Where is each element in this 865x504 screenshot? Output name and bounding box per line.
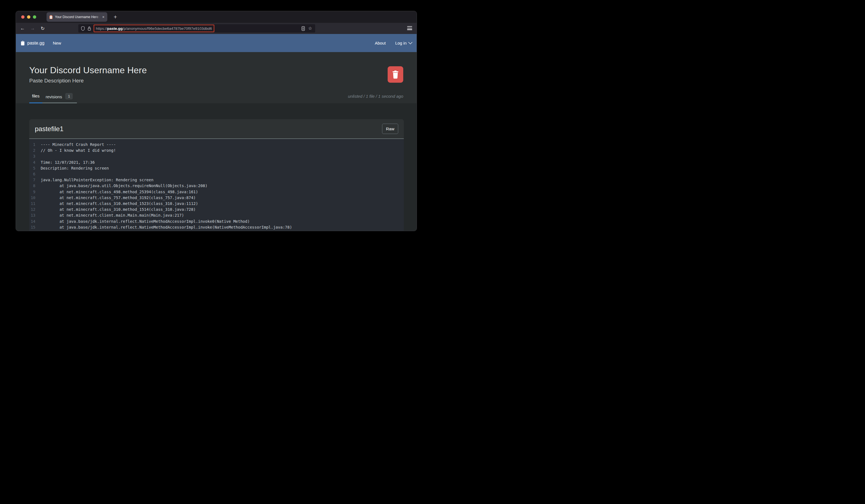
zoom-window-button[interactable] [33,15,36,19]
code-line-row: 2 // Oh - I know what I did wrong! [29,148,404,153]
brand-link[interactable]: paste.gg [21,40,44,46]
code-line-text: Time: 12/07/2021, 17:36 [35,160,95,165]
code-line-row: 16 at java.base/jdk.internal.reflect.Del… [29,230,404,231]
brand-label: paste.gg [27,40,44,46]
code-line-row: 5 Description: Rendering screen [29,165,404,171]
url-bar[interactable]: https://paste.gg/p/anonymous/f96e5decbe6… [78,24,315,33]
file-card-header: pastefile1 Raw [29,119,404,138]
line-number: 1 [29,142,35,148]
code-line-row: 13 at net.minecraft.client.main.Main.mai… [29,212,404,218]
code-line-text [35,153,41,159]
delete-paste-button[interactable] [388,66,403,83]
line-number: 2 [29,148,35,153]
chevron-down-icon [408,40,413,45]
tab-close-icon[interactable]: × [102,15,104,19]
line-number: 4 [29,160,35,165]
page-content: pastefile1 Raw 1 ---- Minecraft Crash Re… [16,103,417,231]
code-block[interactable]: 1 ---- Minecraft Crash Report ---- 2 // … [29,138,404,231]
code-line-row: 1 ---- Minecraft Crash Report ---- [29,142,404,148]
code-line-text: at java.base/jdk.internal.reflect.Delega… [35,230,311,231]
code-line-row: 7 java.lang.NullPointerException: Render… [29,177,404,183]
browser-tab-bar: Your Discord Username Here · pa × + [16,11,417,23]
code-line-row: 15 at java.base/jdk.internal.reflect.Nat… [29,224,404,230]
nav-item-about[interactable]: About [375,40,386,45]
code-line-text: java.lang.NullPointerException: Renderin… [35,177,153,183]
code-line-text: at net.minecraft.class_310.method_1514(c… [35,207,196,212]
line-number: 11 [29,201,35,207]
site-navbar: paste.gg New About Log in [16,34,417,52]
reload-button[interactable]: ↻ [38,26,48,32]
forward-button[interactable]: → [27,26,38,31]
revisions-count-badge: 1 [65,93,73,99]
line-number: 7 [29,177,35,183]
code-line-text: at net.minecraft.class_498.method_25394(… [35,189,198,195]
line-number: 13 [29,212,35,218]
code-line-text: at java.base/jdk.internal.reflect.Native… [35,224,292,230]
lock-icon[interactable] [88,26,91,31]
trash-icon [392,70,399,79]
tab-revisions[interactable]: revisions 1 [42,94,77,103]
new-tab-button[interactable]: + [111,13,119,21]
tab-title-fade [94,15,102,19]
code-line-row: 6 [29,171,404,177]
code-line-text: at net.minecraft.class_310.method_1523(c… [35,201,198,207]
url-text[interactable]: https://paste.gg/p/anonymous/f96e5decbe6… [94,25,214,32]
browser-window: Your Discord Username Here · pa × + ← → … [15,11,417,231]
menu-hamburger-icon[interactable] [407,26,412,30]
code-line-text: Description: Rendering screen [35,165,109,171]
minimize-window-button[interactable] [27,15,30,19]
paste-header: Your Discord Username Here Paste Descrip… [16,52,417,103]
paste-description: Paste Description Here [29,78,84,84]
code-line-text: at net.minecraft.client.main.Main.main(M… [35,212,184,218]
code-line-row: 3 [29,153,404,159]
bookmark-star-icon[interactable]: ☆ [308,26,312,31]
code-line-text [35,171,41,177]
paste-title: Your Discord Username Here [29,65,147,75]
line-number: 3 [29,153,35,159]
line-number: 12 [29,207,35,212]
code-line-row: 11 at net.minecraft.class_310.method_152… [29,201,404,207]
paste-meta: unlisted / 1 file / 1 second ago [348,94,403,98]
code-line-text: at java.base/java.util.Objects.requireNo… [35,183,207,189]
file-card: pastefile1 Raw 1 ---- Minecraft Crash Re… [29,119,404,231]
code-line-text: // Oh - I know what I did wrong! [35,148,116,153]
reader-mode-icon[interactable] [301,26,305,31]
code-line-row: 12 at net.minecraft.class_310.method_151… [29,207,404,212]
shield-icon[interactable] [81,26,85,31]
tab-files[interactable]: files [29,94,42,103]
raw-button[interactable]: Raw [382,124,398,134]
code-line-text: at net.minecraft.class_757.method_3192(c… [35,195,196,201]
nav-item-login[interactable]: Log in [395,40,412,45]
line-number: 9 [29,189,35,195]
code-line-text: at java.base/jdk.internal.reflect.Native… [35,219,250,224]
code-line-row: 9 at net.minecraft.class_498.method_2539… [29,189,404,195]
code-line-row: 8 at java.base/java.util.Objects.require… [29,183,404,189]
close-window-button[interactable] [21,15,24,19]
code-line-row: 10 at net.minecraft.class_757.method_319… [29,195,404,201]
browser-toolbar: ← → ↻ https://paste.gg/p/anonymous/f96e5… [16,23,417,34]
code-line-text: ---- Minecraft Crash Report ---- [35,142,116,148]
code-line-row: 14 at java.base/jdk.internal.reflect.Nat… [29,219,404,224]
line-number: 5 [29,165,35,171]
clipboard-logo-icon [21,40,25,46]
line-number: 14 [29,219,35,224]
line-number: 8 [29,183,35,189]
nav-item-new[interactable]: New [53,40,61,45]
tab-title: Your Discord Username Here · pa [55,15,102,19]
tab-favicon-clipboard-icon [49,15,53,19]
paste-tabs: files revisions 1 [29,94,77,103]
file-name: pastefile1 [35,125,64,133]
line-number: 16 [29,230,35,231]
window-controls [21,15,36,19]
code-line-row: 4 Time: 12/07/2021, 17:36 [29,160,404,165]
line-number: 10 [29,195,35,201]
line-number: 15 [29,224,35,230]
line-number: 6 [29,171,35,177]
back-button[interactable]: ← [18,26,27,31]
browser-tab[interactable]: Your Discord Username Here · pa × [47,12,107,22]
